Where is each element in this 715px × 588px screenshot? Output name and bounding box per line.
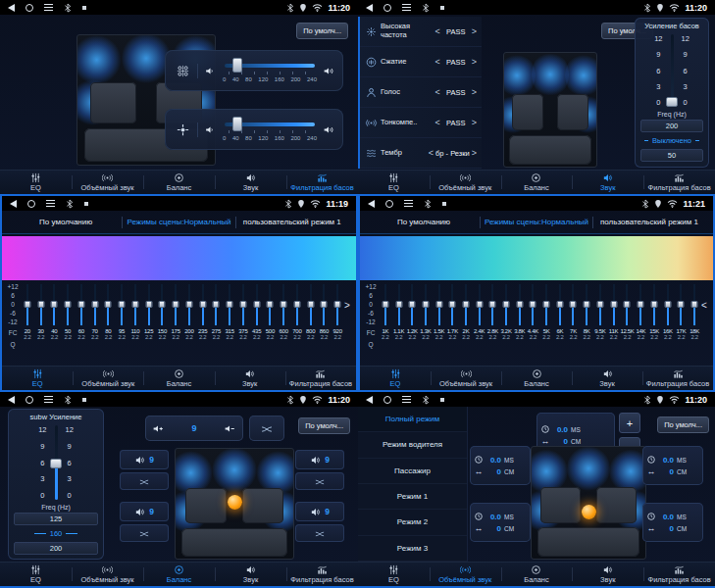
speaker-group-icon[interactable] [173,64,198,78]
slider-track[interactable] [411,284,413,325]
eq-band-slider[interactable]: 9.5K 2.2 [593,284,607,340]
slider-track[interactable] [479,284,481,325]
slider-track[interactable] [256,284,258,325]
slider-handle[interactable] [638,301,644,308]
slider-handle[interactable] [51,301,58,308]
home-icon[interactable] [383,396,391,404]
eq-band-slider[interactable]: 315 2.2 [223,284,236,340]
eq-mode-user[interactable]: пользовательский режим 1 [593,218,705,226]
home-icon[interactable] [26,4,33,12]
slider-handle[interactable] [556,301,563,308]
slider-handle[interactable] [91,301,98,308]
slider-handle[interactable] [37,301,44,308]
eq-band-slider[interactable]: 80 2.2 [102,284,116,340]
eq-mode-default[interactable]: По умолчанию [10,218,122,226]
eq-band-slider[interactable]: 16K 2.2 [661,284,675,340]
eq-band-slider[interactable]: 2K 2.2 [459,284,473,340]
slider-track[interactable] [67,284,69,325]
tab-sound[interactable]: Звук [215,171,286,194]
eq-band-slider[interactable]: 175 2.2 [169,284,182,340]
tab-surround[interactable]: Объёмный звук [72,171,143,194]
freq-option-selected[interactable]: 160 [14,527,98,540]
slider-handle[interactable] [173,301,179,308]
tab-sound[interactable]: Звук [215,563,286,586]
tab-eq[interactable]: EQ [360,367,431,390]
slider-track[interactable] [465,284,467,325]
slider-track[interactable] [80,284,82,325]
eq-band-slider[interactable]: 920 2.2 [331,284,344,340]
slider-handle[interactable] [77,301,84,308]
back-icon[interactable] [366,4,373,12]
eq-band-slider[interactable]: 17K 2.2 [675,284,689,340]
slider-handle[interactable] [232,58,242,73]
eq-band-slider[interactable]: 8K 2.2 [580,284,593,340]
speaker-volume[interactable]: 9 [295,502,344,521]
eq-band-slider[interactable]: 500 2.2 [264,284,278,340]
tab-eq[interactable]: EQ [358,171,430,194]
slider-track[interactable] [384,284,386,325]
eq-band-slider[interactable]: 700 2.2 [290,284,304,340]
speaker-low-icon[interactable] [204,123,217,136]
eq-band-slider[interactable]: 200 2.2 [182,284,196,340]
back-icon[interactable] [368,200,375,208]
slider-handle[interactable] [624,301,631,308]
slider-track[interactable] [53,284,55,325]
eq-band-slider[interactable]: 12.5K 2.2 [620,284,634,340]
speaker-low-icon[interactable] [204,65,217,77]
tab-eq[interactable]: EQ [0,563,72,586]
eq-band-slider[interactable]: 1K 2.2 [379,284,392,340]
slider-track[interactable] [653,284,655,325]
slider-track[interactable] [242,284,244,325]
slider-track[interactable] [107,284,109,325]
eq-band-slider[interactable]: 14K 2.2 [635,284,648,340]
slider-handle[interactable] [543,301,550,308]
slider-handle[interactable] [239,301,246,308]
recents-menu-icon[interactable] [402,399,411,401]
tab-eq[interactable]: EQ [0,171,72,194]
slider-handle[interactable] [596,301,603,308]
mode-1[interactable]: Режим 1 [358,484,467,510]
eq-band-slider[interactable]: 20 2.2 [21,284,34,340]
prev-value-button[interactable]: < [427,148,435,158]
slider-handle[interactable] [185,301,192,308]
slider-handle[interactable] [530,301,536,308]
slider-track[interactable] [559,284,561,325]
recents-menu-icon[interactable] [44,399,53,401]
prev-value-button[interactable]: < [433,87,441,97]
home-icon[interactable] [27,200,35,208]
slider-track[interactable] [310,284,312,325]
slider-handle[interactable] [253,301,260,308]
subwoofer-gain-slider[interactable] [55,425,58,500]
eq-band-slider[interactable]: 1.2K 2.2 [405,284,419,340]
crosshair-icon[interactable] [173,122,198,137]
back-icon[interactable] [8,4,15,12]
slider-track[interactable] [323,284,325,325]
slider-handle[interactable] [489,301,496,308]
tab-sound[interactable]: Звук [572,171,643,194]
slider-track[interactable] [40,284,42,325]
slider-handle[interactable] [570,301,577,308]
slider-handle[interactable] [610,301,617,308]
slider-handle[interactable] [119,301,126,308]
mode-passenger[interactable]: Пассажир [358,459,467,484]
tab-surround[interactable]: Объёмный звук [431,367,501,390]
eq-band-slider[interactable]: 1.5K 2.2 [433,284,446,340]
slider-track[interactable] [599,284,601,325]
slider-track[interactable] [161,284,163,325]
slider-track[interactable] [121,284,123,325]
slider-handle[interactable] [503,301,510,308]
delay-tile-front-left[interactable]: 0.0MS ↔0CM [470,446,531,485]
slider-track[interactable] [94,284,96,325]
slider-track[interactable] [680,284,682,325]
eq-band-slider[interactable]: 1.3K 2.2 [419,284,433,340]
tab-bass-filter[interactable]: Фильтрация басов [286,563,358,586]
slider-track[interactable] [572,284,574,325]
slider-handle[interactable] [145,301,152,308]
freq-option[interactable]: 200 [14,542,98,555]
mode-3[interactable]: Режим 3 [358,536,467,562]
back-icon[interactable] [8,396,15,404]
slider-track[interactable] [26,284,28,325]
slider-track[interactable] [202,284,204,325]
slider-handle[interactable] [213,301,220,308]
speaker-volume[interactable]: 9 [120,450,169,469]
